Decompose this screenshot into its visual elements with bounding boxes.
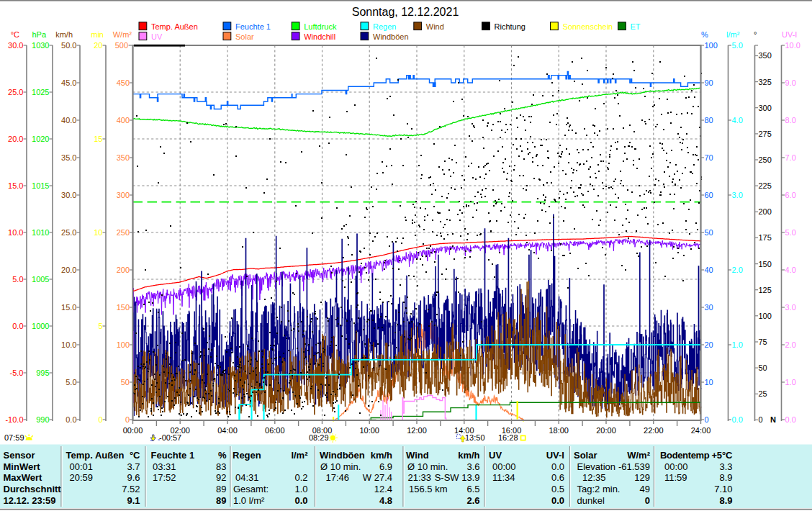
svg-text:250: 250: [759, 155, 772, 164]
svg-text:Richtung: Richtung: [495, 22, 525, 31]
svg-text:km/h: km/h: [55, 30, 73, 39]
svg-text:Regen: Regen: [373, 22, 396, 31]
svg-text:7.52: 7.52: [122, 484, 140, 494]
svg-text:45.0: 45.0: [61, 78, 76, 87]
svg-text:12:35: 12:35: [582, 472, 606, 483]
svg-text:1000: 1000: [32, 322, 49, 330]
svg-text:2.0: 2.0: [785, 340, 796, 349]
svg-text:Feuchte 1: Feuchte 1: [235, 22, 271, 31]
svg-text:-00:57: -00:57: [159, 433, 181, 442]
svg-text:00:01: 00:01: [70, 461, 94, 472]
svg-text:N: N: [770, 415, 776, 424]
svg-text:8.9: 8.9: [719, 495, 732, 506]
svg-text:10: 10: [705, 378, 713, 386]
svg-text:hPa: hPa: [32, 30, 46, 39]
svg-text:400: 400: [117, 116, 130, 125]
svg-text:Windböen: Windböen: [373, 32, 409, 41]
svg-text:89: 89: [216, 484, 226, 494]
svg-text:0.2: 0.2: [294, 472, 307, 483]
svg-text:250: 250: [117, 228, 130, 237]
svg-text:°C: °C: [130, 450, 140, 461]
svg-text:Sonntag, 12.12.2021: Sonntag, 12.12.2021: [352, 6, 459, 18]
svg-text:3.6: 3.6: [466, 461, 479, 472]
svg-text:-10.0: -10.0: [5, 415, 23, 424]
svg-text:Feuchte 1: Feuchte 1: [151, 450, 195, 461]
svg-text:°C: °C: [722, 450, 733, 461]
svg-text:W 27.4: W 27.4: [363, 472, 392, 483]
svg-text:40.0: 40.0: [61, 116, 76, 125]
svg-text:dunkel: dunkel: [577, 495, 605, 506]
svg-text:00:00: 00:00: [123, 426, 143, 435]
svg-text:9.6: 9.6: [127, 472, 140, 483]
svg-text:0.0: 0.0: [551, 461, 564, 472]
svg-text:UV-I: UV-I: [546, 450, 564, 461]
svg-text:°C: °C: [11, 30, 19, 39]
svg-text:15: 15: [94, 135, 102, 143]
svg-text:1025: 1025: [32, 88, 49, 96]
svg-text:89: 89: [216, 495, 226, 506]
svg-text:Wind: Wind: [406, 450, 429, 461]
svg-text:00:00: 00:00: [664, 461, 688, 472]
svg-text:5.0: 5.0: [12, 275, 23, 284]
svg-text:UV: UV: [151, 32, 163, 41]
svg-text:15.0: 15.0: [8, 181, 23, 190]
svg-text:20.0: 20.0: [8, 135, 23, 143]
svg-text:50: 50: [759, 363, 767, 372]
svg-text:25.0: 25.0: [61, 228, 76, 237]
svg-text:10.0: 10.0: [785, 41, 800, 50]
svg-text:08:29: 08:29: [309, 433, 329, 442]
svg-text:20:00: 20:00: [596, 426, 616, 435]
svg-text:275: 275: [759, 130, 772, 138]
svg-text:0.5: 0.5: [551, 484, 564, 494]
svg-text:MaxWert: MaxWert: [4, 472, 43, 483]
svg-text:35.0: 35.0: [61, 153, 76, 162]
svg-text:11:59: 11:59: [664, 472, 687, 483]
svg-text:0: 0: [98, 415, 102, 424]
svg-text:%: %: [701, 30, 708, 39]
svg-text:0.0: 0.0: [66, 415, 76, 424]
svg-text:60: 60: [705, 191, 713, 199]
svg-text:8.0: 8.0: [785, 116, 796, 125]
svg-text:°: °: [754, 30, 757, 39]
svg-text:13:50: 13:50: [465, 433, 485, 442]
svg-text:10: 10: [94, 228, 102, 237]
svg-text:0.6: 0.6: [551, 472, 564, 483]
svg-text:129: 129: [634, 472, 650, 483]
svg-text:4.8: 4.8: [379, 495, 392, 506]
svg-text:00:00: 00:00: [492, 461, 516, 472]
svg-text:07:59: 07:59: [4, 433, 24, 442]
svg-text:350: 350: [759, 51, 772, 60]
svg-text:Regen: Regen: [233, 450, 261, 461]
svg-text:17:46: 17:46: [326, 472, 350, 483]
svg-text:16:28: 16:28: [498, 433, 518, 442]
svg-text:0.0: 0.0: [551, 495, 564, 506]
svg-text:200: 200: [117, 266, 130, 274]
svg-text:5: 5: [98, 322, 102, 330]
svg-text:1.0: 1.0: [294, 484, 307, 494]
svg-text:50: 50: [121, 378, 130, 386]
svg-text:225: 225: [759, 181, 772, 190]
svg-text:-61.539: -61.539: [618, 461, 650, 472]
svg-text:995: 995: [36, 368, 49, 377]
svg-text:500: 500: [115, 41, 128, 50]
svg-text:20: 20: [705, 340, 713, 349]
svg-text:%: %: [218, 450, 227, 461]
svg-text:21:33: 21:33: [408, 472, 432, 483]
svg-text:200: 200: [759, 207, 772, 216]
svg-text:06:00: 06:00: [265, 426, 285, 435]
svg-text:83: 83: [216, 461, 226, 472]
svg-text:Windchill: Windchill: [304, 32, 335, 41]
svg-text:Windböen: Windböen: [320, 450, 365, 461]
svg-text:1020: 1020: [32, 135, 49, 143]
svg-text:25.0: 25.0: [8, 88, 23, 96]
svg-text:12.12. 23:59: 12.12. 23:59: [4, 495, 56, 506]
svg-text:min: min: [91, 30, 104, 39]
svg-text:2.0: 2.0: [732, 266, 743, 274]
svg-text:7.0: 7.0: [785, 153, 796, 162]
svg-text:Durchschnitt: Durchschnitt: [4, 484, 62, 494]
svg-text:4.0: 4.0: [732, 116, 743, 125]
svg-text:125: 125: [759, 286, 772, 294]
svg-text:50: 50: [705, 228, 713, 237]
svg-text:Sonnenschein: Sonnenschein: [563, 22, 613, 31]
svg-text:0.0: 0.0: [294, 495, 307, 506]
